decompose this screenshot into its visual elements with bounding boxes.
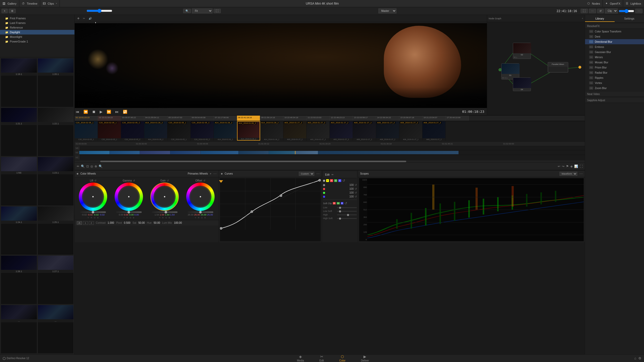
viewer-screen[interactable] — [75, 23, 487, 108]
curves-more-button[interactable]: ⋯ — [316, 172, 320, 176]
g-reset-btn[interactable]: ↺ — [355, 191, 357, 194]
sidebar-item-first-frames[interactable]: 📁 First Frames — [0, 16, 74, 21]
node-04[interactable]: 04 — [513, 77, 531, 91]
clip-num-08[interactable]: 08 22:41:18:16 — [237, 116, 260, 121]
audio-button[interactable]: 🔊 — [88, 16, 93, 20]
color-tool-4[interactable]: ◎ — [90, 165, 93, 168]
home-button[interactable]: ⌂ — [634, 356, 636, 360]
list-item[interactable]: 1:22.1 — [38, 108, 74, 156]
fx-item-gaussian-blur[interactable]: GB Gaussian Blur — [585, 49, 644, 55]
soft-clip-r-button[interactable]: R — [333, 202, 336, 204]
zoom-slider[interactable] — [87, 9, 112, 13]
top-bar-nodes[interactable]: ⬡ Nodes — [585, 0, 603, 7]
primaries-mode[interactable]: Primaries Wheels — [188, 172, 208, 175]
lift-slider[interactable] — [80, 211, 106, 213]
sidebar-item-powergrade[interactable]: 📁 PowerGrade 1 — [0, 39, 74, 44]
clip-zoom-slider[interactable] — [619, 9, 634, 13]
offset-wheel-canvas[interactable] — [186, 183, 215, 211]
list-item[interactable]: 1:24.1 — [1, 206, 37, 255]
scopes-mode-dropdown[interactable]: Waveform — [560, 172, 577, 176]
tab-library[interactable]: Library — [585, 16, 615, 22]
next-frame-button[interactable]: ⏩ — [106, 109, 112, 114]
loop-button[interactable]: 🔁 — [122, 109, 128, 114]
clip-more-button[interactable]: ⋯ — [635, 9, 642, 13]
color-tool-3[interactable]: ⊡ — [86, 165, 89, 168]
low-slider[interactable] — [337, 207, 357, 208]
lift-reset-button[interactable]: ↺ — [94, 179, 96, 182]
color-tool-r[interactable]: ↩ — [558, 165, 560, 168]
master-dropdown[interactable]: Master — [378, 8, 396, 13]
expand-color-button[interactable]: ⛶ — [580, 165, 583, 168]
channel-r-button[interactable]: R — [330, 179, 333, 182]
fx-item-mirrors[interactable]: Mi Mirrors — [585, 55, 644, 60]
prev-frame-button[interactable]: ⏪ — [82, 109, 89, 114]
clip-num-13[interactable]: 13 22:03:58:17 — [353, 116, 376, 121]
y-reset-btn[interactable]: ↺ — [355, 184, 357, 186]
clip-strip-item[interactable]: A14_2016:01:28_2 A14_2016:01:28_2 — [144, 121, 167, 141]
wheel-tab-2[interactable]: 2 — [89, 221, 94, 225]
wheel-tab-a[interactable]: A — [77, 221, 82, 225]
soft-clip-b-button[interactable]: B — [341, 202, 344, 204]
fx-item-directional-blur[interactable]: DB Directional Blur — [585, 39, 644, 44]
clip-strip-item[interactable]: A03_2016-01-27_2 A03_2016-01-27_2 — [283, 121, 307, 141]
clip-strip-item[interactable]: A08_2016-01-27_2 A08_2016-01-27_2 — [353, 121, 376, 141]
channel-b-button[interactable]: B — [338, 179, 341, 182]
tab-settings[interactable]: Settings — [615, 16, 644, 22]
go-to-end-button[interactable]: ⏭ — [114, 109, 120, 114]
fit-dropdown[interactable]: Fit100% — [192, 8, 213, 13]
color-tool-5[interactable]: ⊕ — [95, 165, 97, 168]
more-button[interactable]: ⋯ — [589, 9, 596, 13]
track-v2-clips[interactable] — [79, 150, 585, 155]
list-item[interactable]: 1:26.1 — [1, 256, 37, 304]
clip-num-09[interactable]: 09 21:56:14:16 — [260, 116, 283, 121]
gamma-reset-button[interactable]: ↺ — [133, 179, 135, 182]
clip-num-04[interactable]: 04 21:55:54:11 — [144, 116, 167, 121]
clip-num-17[interactable]: 17 20:44:10:00 — [446, 116, 469, 121]
clip-strip-item[interactable]: A08_2016-01-27_2 A08_2016-01-27_2 — [376, 121, 399, 141]
timeline-label[interactable]: Timeline — [27, 2, 37, 5]
top-bar-clips[interactable]: 🎞 Clips ▾ — [40, 0, 60, 7]
timeline-scrollbar[interactable] — [75, 160, 585, 162]
fx-item-prism-blur[interactable]: PB Prism Blur — [585, 65, 644, 70]
crop-button[interactable]: ✂ — [82, 16, 86, 20]
soft-clip-reset[interactable]: ↺ — [344, 201, 347, 205]
offset-slider[interactable] — [188, 211, 213, 213]
clip-dropdown[interactable]: Clip — [605, 8, 618, 13]
stop-button[interactable]: ⏹ — [91, 109, 97, 114]
clip-strip-item[interactable]: C20_2016-02-05_1 C20_2016-02-05_1 — [98, 121, 121, 141]
gain-wheel-canvas[interactable] — [150, 183, 179, 211]
curves-mode-dropdown[interactable]: Custom — [299, 172, 314, 176]
clip-num-02[interactable]: 02 10:21:59:15 — [98, 116, 121, 121]
list-item[interactable]: 1:27.1 — [38, 256, 74, 304]
wheel-tab-1[interactable]: 1 — [83, 221, 88, 225]
clip-strip-item[interactable]: C20_2016-02-05_C C20_2016-02-05_C — [191, 121, 214, 141]
refresh-button[interactable]: ↺ — [597, 9, 604, 13]
clip-strip-item[interactable]: A14_2016:01:28_2 A14_2016:01:28_2 — [260, 121, 283, 141]
play-button[interactable]: ▶ — [99, 109, 104, 114]
wheels-more-button[interactable]: ⋯ — [213, 172, 217, 176]
gamma-slider[interactable] — [116, 211, 142, 213]
high-soft-slider[interactable] — [337, 218, 357, 219]
channel-g-button[interactable]: G — [334, 179, 337, 182]
search-button[interactable]: 🔍 — [183, 9, 191, 13]
node-02[interactable]: 02 M ▷ — [513, 43, 531, 59]
clip-num-10[interactable]: 10 22:46:34:18 — [283, 116, 307, 121]
list-item[interactable]: 1:21.1 — [1, 108, 37, 156]
lightbox-label[interactable]: Lightbox — [630, 2, 641, 5]
sidebar-item-daylight[interactable]: 📁 Daylight — [0, 30, 74, 35]
clip-num-03[interactable]: 03 09:57:46:22 — [121, 116, 144, 121]
nav-media[interactable]: ◈ Media — [289, 354, 312, 362]
low-soft-slider[interactable] — [337, 211, 357, 212]
fx-item-radial-blur[interactable]: RB Radial Blur — [585, 70, 644, 75]
curves-canvas[interactable] — [220, 178, 321, 241]
lift-wheel-canvas[interactable] — [79, 183, 107, 211]
fx-item-color-space[interactable]: CS Color Space Transform — [585, 29, 644, 34]
clip-strip-item[interactable]: A03_2016-01-27_2 A03_2016-01-27_2 — [307, 121, 330, 141]
nodes-label[interactable]: Nodes — [592, 2, 600, 5]
clip-num-07[interactable]: 07 22:17:56:06 — [214, 116, 237, 121]
r-reset-btn[interactable]: ↺ — [355, 187, 357, 190]
gamma-wheel-canvas[interactable] — [115, 183, 143, 211]
clip-num-16[interactable]: 16 21:15:34:07 — [422, 116, 446, 121]
track-v3-clips[interactable] — [79, 146, 585, 150]
high-slider[interactable] — [337, 214, 357, 215]
